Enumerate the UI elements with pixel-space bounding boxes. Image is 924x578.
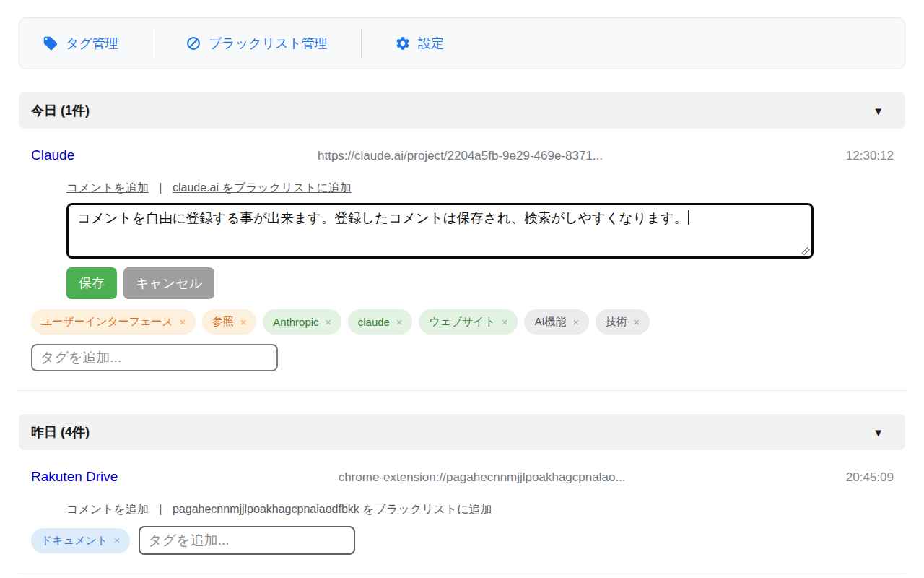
tag-remove-icon[interactable]: × (573, 316, 579, 328)
tag-pill: 参照 × (202, 309, 256, 335)
tag-pill: 技術 × (596, 309, 650, 335)
extension-popup: タグ管理 ブラックリスト管理 設定 今日 (1件) ▼ Claude https… (0, 0, 924, 574)
tag-label: ドキュメント (41, 534, 108, 548)
nav-settings-label: 設定 (418, 35, 444, 52)
tag-pill: ウェブサイト × (419, 309, 518, 335)
comment-text: コメントを自由に登録する事が出来ます。登録したコメントは保存され、検索がしやすく… (77, 210, 687, 225)
tag-label: ユーザーインターフェース (41, 315, 173, 329)
comment-editor-buttons: 保存 キャンセル (66, 267, 894, 299)
action-separator: | (159, 181, 162, 194)
nav-settings[interactable]: 設定 (395, 35, 444, 52)
tag-pill: ユーザーインターフェース × (31, 309, 196, 335)
section-header-today[interactable]: 今日 (1件) ▼ (19, 92, 905, 129)
history-entry-rakuten-drive: Rakuten Drive chrome-extension://pagahec… (19, 450, 905, 574)
add-comment-link[interactable]: コメントを追加 (66, 181, 149, 194)
entry-url: chrome-extension://pagahecnnmjjlpoakhagc… (118, 470, 845, 485)
action-separator: | (159, 503, 162, 515)
entry-time: 12:30:12 (846, 149, 894, 163)
tag-pill: Anthropic × (263, 309, 341, 335)
nav-blacklist-management-label: ブラックリスト管理 (209, 35, 328, 52)
text-caret (688, 210, 689, 225)
history-entry-claude: Claude https://claude.ai/project/2204a5f… (19, 129, 905, 391)
tag-remove-icon[interactable]: × (240, 316, 246, 328)
nav-tag-management-label: タグ管理 (66, 35, 118, 52)
tag-label: claude (358, 316, 390, 328)
tag-remove-icon[interactable]: × (502, 316, 507, 328)
tag-list: ドキュメント × (31, 526, 894, 555)
section-title: 今日 (1件) (31, 102, 90, 119)
tag-remove-icon[interactable]: × (634, 316, 640, 328)
save-button[interactable]: 保存 (66, 267, 117, 299)
tag-label: Anthropic (273, 316, 318, 328)
blacklist-add-link[interactable]: pagahecnnmjjlpoakhagcpnalaodfbkk をブラックリス… (173, 503, 492, 515)
collapse-arrow-icon[interactable]: ▼ (873, 426, 884, 439)
blacklist-add-link[interactable]: claude.ai をブラックリストに追加 (173, 181, 352, 194)
tag-list: ユーザーインターフェース × 参照 × Anthropic × claude ×… (31, 309, 894, 335)
entry-header-row: Claude https://claude.ai/project/2204a5f… (31, 147, 894, 163)
tag-add-input[interactable] (31, 344, 278, 371)
entry-time: 20:45:09 (846, 470, 894, 485)
entry-actions-row: コメントを追加 | claude.ai をブラックリストに追加 (66, 181, 894, 196)
gear-icon (395, 35, 411, 51)
tag-remove-icon[interactable]: × (114, 535, 120, 546)
tag-pill: AI機能 × (524, 309, 588, 335)
entry-header-row: Rakuten Drive chrome-extension://pagahec… (31, 469, 894, 485)
top-toolbar: タグ管理 ブラックリスト管理 設定 (19, 17, 905, 69)
entry-title-link[interactable]: Rakuten Drive (31, 469, 118, 485)
nav-blacklist-management[interactable]: ブラックリスト管理 (186, 35, 328, 52)
tag-label: ウェブサイト (429, 315, 495, 329)
block-icon (186, 35, 201, 51)
tag-add-input[interactable] (139, 526, 355, 555)
section-header-yesterday[interactable]: 昨日 (4件) ▼ (19, 414, 905, 450)
entry-url: https://claude.ai/project/2204a5fb-9e29-… (74, 149, 846, 163)
collapse-arrow-icon[interactable]: ▼ (873, 105, 884, 117)
resize-handle[interactable] (802, 247, 810, 255)
tag-pill: claude × (348, 309, 412, 335)
tag-label: AI機能 (534, 315, 566, 329)
tag-remove-icon[interactable]: × (180, 316, 186, 328)
nav-tag-management[interactable]: タグ管理 (43, 35, 118, 52)
tag-label: 技術 (606, 315, 627, 329)
entry-actions-row: コメントを追加 | pagahecnnmjjlpoakhagcpnalaodfb… (66, 502, 894, 517)
tag-pill: ドキュメント × (31, 528, 130, 553)
tag-remove-icon[interactable]: × (326, 316, 331, 328)
toolbar-divider (361, 30, 362, 57)
section-title: 昨日 (4件) (31, 423, 90, 441)
tag-icon (43, 35, 58, 51)
add-comment-link[interactable]: コメントを追加 (66, 503, 149, 515)
tag-label: 参照 (212, 315, 234, 329)
tag-remove-icon[interactable]: × (396, 316, 402, 328)
cancel-button[interactable]: キャンセル (123, 267, 214, 299)
toolbar-divider (152, 30, 152, 57)
entry-title-link[interactable]: Claude (31, 147, 74, 163)
comment-textarea[interactable]: コメントを自由に登録する事が出来ます。登録したコメントは保存され、検索がしやすく… (66, 203, 814, 259)
